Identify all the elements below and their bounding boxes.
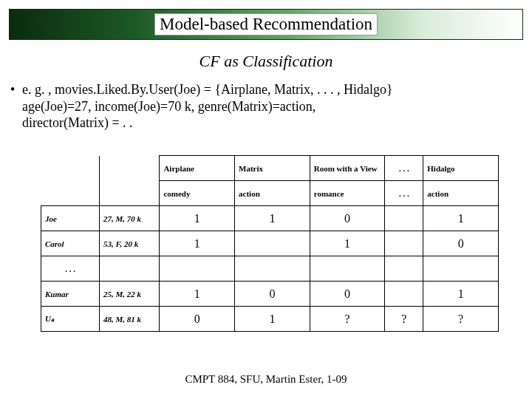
user-demo: 53, F, 20 k	[100, 231, 160, 256]
cell	[235, 231, 310, 256]
user-name: . . .	[41, 256, 100, 282]
data-table: Airplane Matrix Room with a View . . . H…	[41, 155, 499, 332]
user-name: Kumar	[41, 282, 100, 307]
user-demo: 25, M, 22 k	[100, 282, 160, 307]
header-row-genres: comedy action romance . . . action	[41, 181, 499, 206]
slide-footer: CMPT 884, SFU, Martin Ester, 1-09	[0, 373, 532, 386]
cell	[385, 282, 423, 307]
data-table-wrap: Airplane Matrix Room with a View . . . H…	[41, 155, 499, 332]
cell: 1	[310, 231, 385, 256]
bullet-line-1: e. g. , movies.Liked.By.User(Joe) = {Air…	[22, 81, 522, 98]
user-demo	[100, 256, 160, 282]
table-row: . . .	[41, 256, 499, 282]
col-movie-2: Matrix	[235, 156, 310, 181]
col-movie-5: Hidalgo	[423, 156, 499, 181]
cell	[385, 206, 423, 231]
table-row: Carol 53, F, 20 k 1 1 0	[41, 231, 499, 256]
user-name: Carol	[41, 231, 100, 256]
cell: 1	[423, 282, 499, 307]
user-name: Joe	[41, 206, 100, 231]
cell: 1	[423, 206, 499, 231]
slide-title: Model-based Recommendation	[154, 13, 378, 35]
cell	[385, 256, 423, 282]
bullet-line-2: age(Joe)=27, income(Joe)=70 k, genre(Mat…	[10, 98, 522, 115]
user-demo: 27, M, 70 k	[100, 206, 160, 231]
cell: 1	[235, 307, 310, 332]
bullet-line-3: director(Matrix) = . .	[10, 115, 522, 132]
user-name: Uₐ	[41, 307, 100, 332]
cell	[423, 256, 499, 282]
col-genre-3: romance	[310, 181, 385, 206]
table-row: Kumar 25, M, 22 k 1 0 0 1	[41, 282, 499, 307]
cell: 1	[160, 206, 235, 231]
cell	[310, 256, 385, 282]
col-genre-5: action	[423, 181, 499, 206]
user-demo: 48, M, 81 k	[100, 307, 160, 332]
cell: 0	[310, 282, 385, 307]
cell: 1	[160, 231, 235, 256]
slide-title-bar: Model-based Recommendation	[9, 9, 523, 40]
cell: ?	[385, 307, 423, 332]
col-movie-1: Airplane	[160, 156, 235, 181]
cell	[160, 256, 235, 282]
cell: 0	[235, 282, 310, 307]
col-movie-3: Room with a View	[310, 156, 385, 181]
col-movie-dots: . . .	[385, 156, 423, 181]
cell: 0	[310, 206, 385, 231]
cell	[385, 231, 423, 256]
table-row: Uₐ 48, M, 81 k 0 1 ? ? ?	[41, 307, 499, 332]
col-genre-2: action	[235, 181, 310, 206]
bullet-dot: •	[10, 81, 22, 98]
cell: 1	[235, 206, 310, 231]
col-genre-1: comedy	[160, 181, 235, 206]
header-row-movies: Airplane Matrix Room with a View . . . H…	[41, 156, 499, 181]
table-row: Joe 27, M, 70 k 1 1 0 1	[41, 206, 499, 231]
cell: 0	[423, 231, 499, 256]
cell: ?	[310, 307, 385, 332]
cell: 1	[160, 282, 235, 307]
slide-subtitle: CF as Classification	[0, 52, 532, 71]
cell	[235, 256, 310, 282]
cell: 0	[160, 307, 235, 332]
body-text: • e. g. , movies.Liked.By.User(Joe) = {A…	[10, 81, 522, 132]
cell: ?	[423, 307, 499, 332]
col-genre-dots: . . .	[385, 181, 423, 206]
